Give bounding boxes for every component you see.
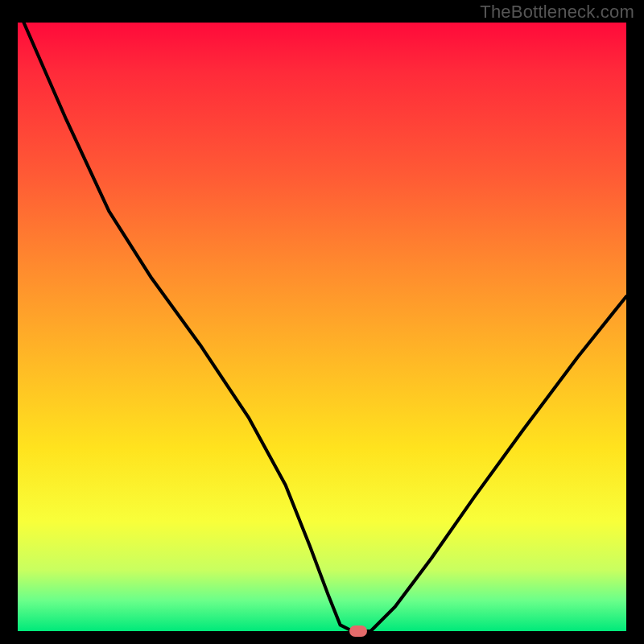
plot-area (18, 23, 626, 631)
bottleneck-curve (18, 23, 626, 631)
chart-frame: TheBottleneck.com (0, 0, 644, 644)
watermark-text: TheBottleneck.com (480, 2, 634, 23)
bottleneck-marker (349, 625, 367, 637)
